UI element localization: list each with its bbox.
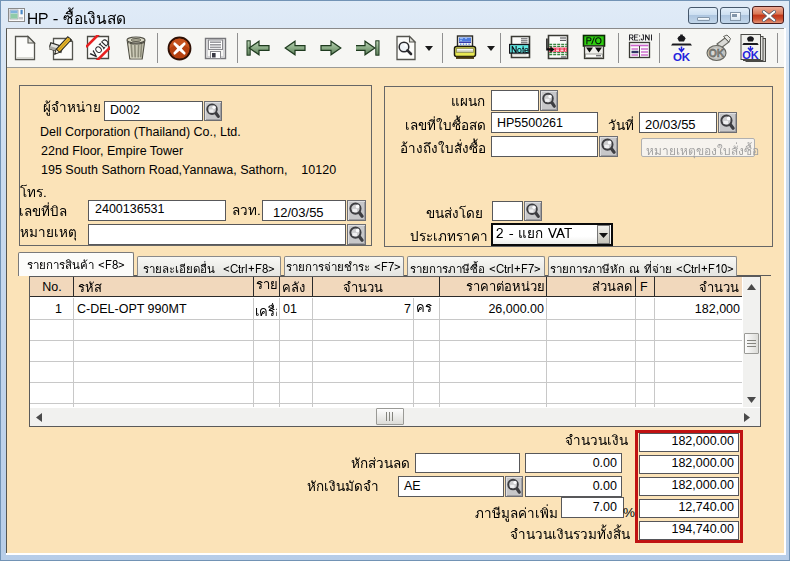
svg-text:OK: OK	[709, 47, 725, 59]
svg-text:OK: OK	[673, 51, 691, 62]
svg-text:OK: OK	[742, 49, 759, 61]
